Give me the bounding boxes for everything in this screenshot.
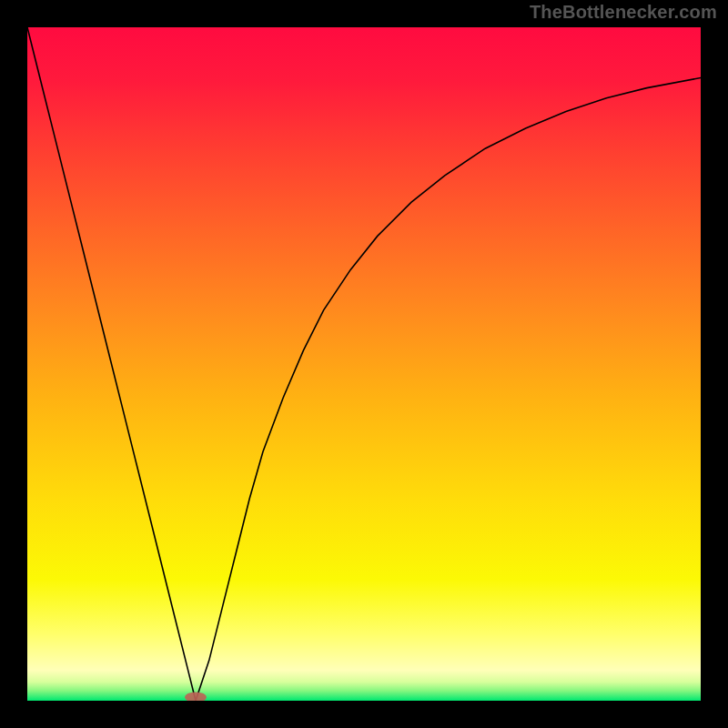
plot-area xyxy=(27,27,701,701)
attribution-label: TheBottlenecker.com xyxy=(530,2,717,23)
chart-frame: TheBottlenecker.com xyxy=(0,0,728,728)
chart-svg xyxy=(27,27,701,701)
background-rect xyxy=(27,27,701,701)
